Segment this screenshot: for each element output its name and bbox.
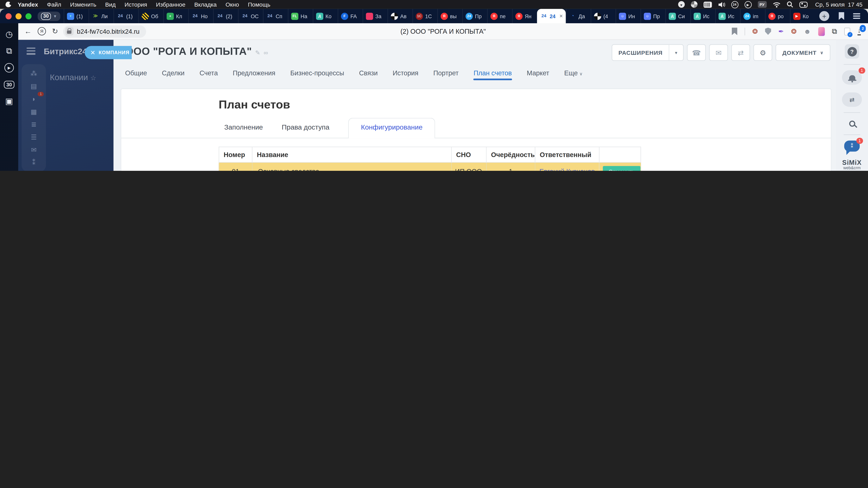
- spotlight-search-icon[interactable]: [786, 1, 793, 8]
- crm-tab-План счетов[interactable]: План счетов: [473, 69, 512, 80]
- responsible-link[interactable]: Евгений Кузнецов: [539, 168, 595, 171]
- browser-tab[interactable]: ДКо: [313, 9, 338, 23]
- new-tab-button[interactable]: +: [819, 11, 829, 21]
- crm-tab-Портрет[interactable]: Портрет: [433, 69, 459, 80]
- extensions-chevron-icon[interactable]: ▼: [669, 45, 683, 60]
- video-icon[interactable]: ▶: [4, 63, 14, 73]
- browser-tab[interactable]: 24(1): [114, 9, 138, 23]
- input-language-badge[interactable]: РУ: [757, 1, 767, 8]
- browser-tab[interactable]: FLНа: [288, 9, 313, 23]
- support-chat-icon[interactable]: ⁑1: [844, 140, 860, 152]
- reload-icon[interactable]: ↻: [52, 27, 58, 35]
- cancel-button[interactable]: Отменить: [603, 166, 640, 171]
- crm-tab-Сделки[interactable]: Сделки: [162, 69, 185, 80]
- plan-subtab[interactable]: Заполнение: [224, 118, 263, 138]
- telegram-status-icon[interactable]: ➤: [678, 1, 684, 8]
- history-icon[interactable]: ◷: [5, 30, 12, 38]
- tab-close-icon[interactable]: ✕: [559, 13, 563, 19]
- menu-item[interactable]: Помощь: [244, 1, 275, 8]
- control-center-icon[interactable]: [799, 1, 807, 7]
- plan-subtab[interactable]: Права доступа: [282, 118, 329, 138]
- browser-tab[interactable]: ☺Ин: [616, 9, 641, 23]
- plan-subtab[interactable]: Конфигурирование: [348, 118, 435, 138]
- downloads-icon[interactable]: ↓2: [858, 27, 861, 35]
- browser-menu-icon[interactable]: [853, 13, 860, 19]
- yandex-page-icon[interactable]: Я: [38, 27, 46, 35]
- crm-tab-История[interactable]: История: [393, 69, 418, 80]
- browser-tab[interactable]: ☺Пр: [641, 9, 665, 23]
- menu-item[interactable]: Окно: [221, 1, 243, 8]
- browser-tab[interactable]: 24(2): [213, 9, 238, 23]
- incognito-extension-icon[interactable]: ☻: [804, 27, 811, 35]
- minimize-window-button[interactable]: [16, 13, 22, 19]
- call-button[interactable]: ☎: [687, 44, 706, 61]
- browser-tab[interactable]: 1С1С: [412, 9, 437, 23]
- crm-tab-Связи[interactable]: Связи: [359, 69, 378, 80]
- browser-tab[interactable]: FFA: [338, 9, 363, 23]
- browser-tab[interactable]: 24Пр: [462, 9, 487, 23]
- browser-tab[interactable]: 24Но: [188, 9, 213, 23]
- browser-tab[interactable]: (4: [591, 9, 616, 23]
- crm-tab-Еще[interactable]: Еще∨: [564, 69, 583, 80]
- browser-tab[interactable]: ДИс: [715, 9, 740, 23]
- browser-tab[interactable]: 24ОС: [238, 9, 263, 23]
- bookmark-page-icon[interactable]: [732, 27, 737, 35]
- slider-close-chip[interactable]: ✕КОМПАНИЯ: [85, 46, 132, 59]
- browser-tab[interactable]: ▾(1): [64, 9, 89, 23]
- exchange-chat-icon[interactable]: ⇄: [842, 92, 862, 107]
- menu-item[interactable]: Избранное: [152, 1, 190, 8]
- crm-tab-Бизнес-процессы[interactable]: Бизнес-процессы: [290, 69, 344, 80]
- collections-icon[interactable]: ⧉: [6, 46, 12, 55]
- menu-item[interactable]: Вкладка: [190, 1, 221, 8]
- settings-button[interactable]: ⚙: [753, 44, 772, 61]
- browser-tab[interactable]: ≫Ли: [89, 9, 114, 23]
- document-check-icon[interactable]: [844, 27, 850, 35]
- extension-seal2-icon[interactable]: ❂: [791, 27, 797, 35]
- cards-extension-icon[interactable]: ⧉: [832, 27, 837, 36]
- crm-tab-Счета[interactable]: Счета: [199, 69, 218, 80]
- gradient-extension-icon[interactable]: [818, 27, 825, 36]
- apple-menu-icon[interactable]: [6, 2, 11, 7]
- browser-tab[interactable]: 2424✕: [537, 9, 566, 23]
- document-button[interactable]: ДОКУМЕНТ∨: [776, 44, 830, 61]
- b24-status-icon[interactable]: 24: [731, 1, 738, 8]
- browser-tab[interactable]: ДИс: [690, 9, 715, 23]
- exchange-button[interactable]: ⇄: [732, 44, 750, 61]
- address-bar[interactable]: b24-fw7c4o.bitrix24.ru: [63, 25, 146, 37]
- crm-tab-Предложения[interactable]: Предложения: [233, 69, 275, 80]
- browser-tab[interactable]: 24im: [740, 9, 765, 23]
- lock-icon[interactable]: [65, 27, 73, 35]
- browser-tab[interactable]: Об: [138, 9, 163, 23]
- extension-seal-icon[interactable]: ❂: [752, 27, 758, 35]
- help-button[interactable]: ?: [845, 44, 859, 59]
- wifi-icon[interactable]: [773, 1, 780, 7]
- browser-tab[interactable]: Яро: [765, 9, 790, 23]
- play-status-icon[interactable]: ▶: [744, 1, 751, 8]
- menu-item[interactable]: Yandex: [13, 1, 42, 8]
- menu-item[interactable]: История: [120, 1, 152, 8]
- shield-extension-icon[interactable]: [765, 28, 771, 35]
- screenshot-icon[interactable]: ▣: [5, 97, 13, 105]
- bookmarks-icon[interactable]: [839, 12, 844, 20]
- browser-tab[interactable]: Явы: [437, 9, 462, 23]
- copy-link-icon[interactable]: ∞: [264, 49, 268, 56]
- browser-tab[interactable]: ◔Да: [566, 9, 591, 23]
- zoom-window-button[interactable]: [25, 13, 31, 19]
- rail-search-icon[interactable]: [849, 121, 855, 127]
- mail-button[interactable]: ✉: [709, 44, 728, 61]
- back-icon[interactable]: ←: [24, 27, 32, 35]
- menu-item[interactable]: Файл: [42, 1, 66, 8]
- menu-clock[interactable]: Ср, 5 июля 17 45: [815, 1, 862, 8]
- browser-tab[interactable]: ДСи: [665, 9, 690, 23]
- close-icon[interactable]: ✕: [90, 49, 95, 56]
- menu-item[interactable]: Изменить: [66, 1, 101, 8]
- volume-icon[interactable]: [718, 1, 725, 7]
- feather-extension-icon[interactable]: ✒: [778, 27, 784, 35]
- crm-tab-Общие[interactable]: Общие: [125, 69, 147, 80]
- notifications-bell-icon[interactable]: 1: [842, 70, 862, 85]
- browser-tab[interactable]: ▶Ко: [790, 9, 815, 23]
- tab-counter[interactable]: 30▼: [38, 11, 60, 21]
- browser-tab[interactable]: За: [363, 9, 388, 23]
- browser-tab[interactable]: +Кл: [163, 9, 188, 23]
- browser-tab[interactable]: Япе: [487, 9, 512, 23]
